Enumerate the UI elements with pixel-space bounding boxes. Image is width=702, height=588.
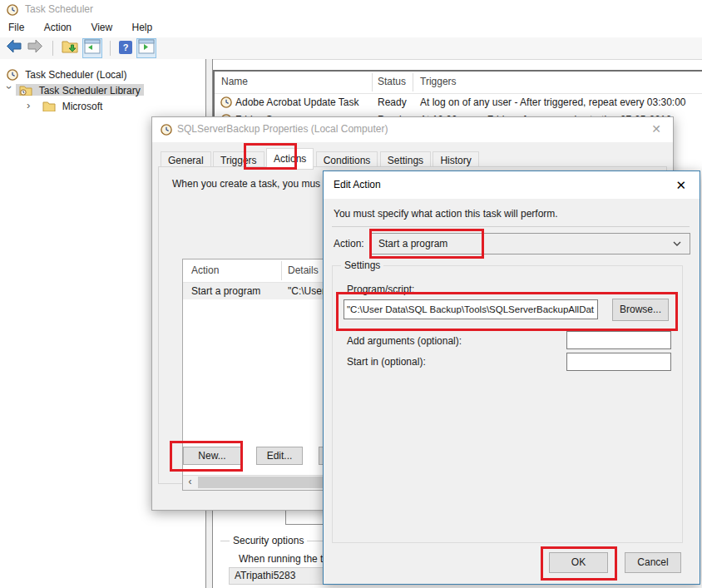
chevron-down-icon — [673, 241, 681, 246]
selected-tree-label: Task Scheduler Library — [16, 84, 143, 96]
scroll-left-icon[interactable]: ‹ — [183, 476, 197, 489]
column-divider[interactable] — [413, 73, 413, 91]
actions-intro-text: When you create a task, you mus — [172, 178, 320, 190]
menu-view[interactable]: View — [82, 18, 121, 33]
tree-item-microsoft[interactable]: › Microsoft — [27, 98, 102, 113]
start-in-label: Start in (optional): — [347, 356, 426, 368]
annotation-box-action-combobox — [369, 229, 484, 259]
separator-line — [332, 226, 690, 227]
properties-dialog-title: SQLServerBackup Properties (Local Comput… — [177, 123, 388, 135]
task-list-header: Name Status Triggers — [215, 72, 702, 94]
back-button[interactable] — [4, 38, 23, 58]
column-header-triggers[interactable]: Triggers — [420, 76, 457, 87]
show-console-tree-icon[interactable] — [82, 38, 102, 58]
task-status: Ready — [378, 94, 407, 111]
toolbar-separator — [110, 41, 111, 56]
column-divider[interactable] — [281, 261, 282, 280]
close-icon[interactable]: ✕ — [651, 122, 661, 136]
menu-bar: File Action View Help — [0, 18, 702, 37]
menu-file[interactable]: File — [0, 18, 32, 33]
edit-button[interactable]: Edit... — [256, 447, 303, 465]
chevron-collapsed-icon[interactable]: › — [27, 98, 35, 113]
window-titlebar: Task Scheduler — [0, 0, 702, 18]
column-header-status[interactable]: Status — [378, 76, 406, 87]
edit-action-title: Edit Action — [334, 179, 381, 190]
annotation-box-program-script — [336, 292, 678, 331]
task-row[interactable]: Adobe Acrobat Update Task Ready At log o… — [215, 94, 702, 111]
task-name: Adobe Acrobat Update Task — [235, 94, 359, 111]
annotation-box-actions-tab — [244, 143, 297, 170]
menu-help[interactable]: Help — [124, 18, 161, 33]
actions-column-header[interactable]: Action — [191, 264, 219, 276]
menu-action[interactable]: Action — [36, 18, 80, 33]
settings-group-label: Settings — [341, 259, 383, 271]
dialog-clock-icon — [161, 124, 172, 136]
task-clock-icon — [220, 96, 232, 108]
details-column-header[interactable]: Details — [288, 264, 319, 276]
tree-item-task-scheduler-local[interactable]: Task Scheduler (Local) — [7, 67, 126, 82]
when-running-label: When running the ta — [239, 553, 329, 565]
action-cell: Start a program — [191, 283, 260, 299]
folder-clock-icon — [19, 85, 32, 96]
import-task-icon[interactable] — [60, 38, 80, 58]
properties-dialog-titlebar[interactable]: SQLServerBackup Properties (Local Comput… — [152, 117, 673, 142]
close-icon[interactable]: ✕ — [675, 178, 686, 193]
column-header-name[interactable]: Name — [221, 76, 248, 87]
background-tab-fragment — [285, 509, 324, 525]
column-divider[interactable] — [372, 73, 373, 91]
edit-action-titlebar[interactable]: Edit Action ✕ — [324, 171, 700, 199]
cancel-button[interactable]: Cancel — [625, 552, 681, 573]
edit-action-message: You must specify what action this task w… — [334, 208, 558, 220]
start-in-input[interactable] — [566, 353, 671, 371]
add-arguments-input[interactable] — [566, 331, 671, 349]
forward-button[interactable] — [26, 38, 45, 58]
tree-item-task-scheduler-library[interactable]: › Task Scheduler Library — [5, 82, 144, 97]
app-clock-icon — [7, 4, 18, 16]
window-title: Task Scheduler — [25, 3, 93, 15]
toolbar: ? — [0, 37, 702, 60]
clock-icon — [7, 69, 18, 81]
annotation-box-new-button — [170, 441, 243, 472]
task-triggers: At log on of any user - After triggered,… — [420, 94, 686, 111]
folder-icon — [42, 101, 56, 111]
security-options-label: Security options — [230, 535, 307, 546]
chevron-expanded-icon[interactable]: › — [2, 86, 17, 94]
show-action-pane-icon[interactable] — [136, 38, 156, 58]
annotation-box-ok-button — [541, 546, 617, 581]
help-icon[interactable]: ? — [117, 38, 134, 58]
toolbar-separator — [52, 41, 53, 56]
action-label: Action: — [334, 238, 364, 250]
add-arguments-label: Add arguments (optional): — [347, 335, 462, 347]
